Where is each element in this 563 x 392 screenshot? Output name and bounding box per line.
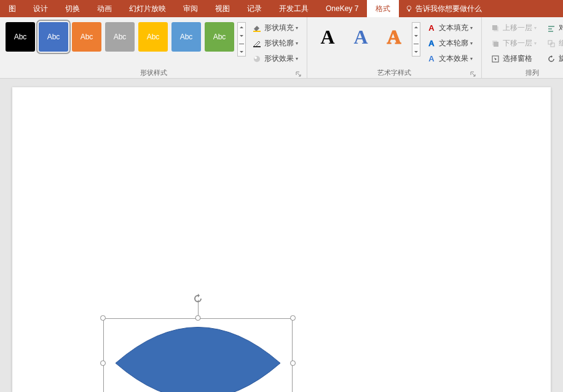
text-outline-icon: A (427, 39, 436, 49)
bring-forward-button[interactable]: 上移一层▾ (488, 21, 539, 35)
group-button[interactable]: 组合 (544, 36, 563, 50)
shape-style-1[interactable]: Abc (6, 22, 35, 52)
tab-onekey7[interactable]: OneKey 7 (317, 0, 367, 17)
effects-icon (252, 54, 262, 64)
pen-icon (252, 39, 262, 49)
tab-developer[interactable]: 开发工具 (270, 0, 317, 17)
svg-point-0 (407, 6, 412, 10)
shape-style-3[interactable]: Abc (72, 22, 101, 52)
svg-point-5 (254, 57, 257, 59)
wordart-style-3[interactable]: A (379, 22, 409, 52)
tab-review[interactable]: 审阅 (175, 0, 207, 17)
text-fill-icon: A (427, 23, 436, 33)
wordart-style-1[interactable]: A (313, 22, 342, 52)
shape-lens[interactable] (116, 322, 280, 392)
align-button[interactable]: 对齐 (544, 21, 563, 35)
tell-me-label: 告诉我你想要做什么 (415, 4, 482, 14)
svg-rect-9 (494, 42, 498, 47)
wordart-style-more[interactable] (412, 22, 420, 57)
shape-effects-button[interactable]: 形状效果▾ (250, 52, 301, 66)
resize-handle-t[interactable] (195, 315, 201, 321)
group-btn-label: 组合 (559, 38, 563, 49)
shape-style-4[interactable]: Abc (105, 22, 135, 52)
selection-pane-label: 选择窗格 (503, 53, 532, 64)
svg-rect-15 (551, 43, 554, 47)
selection-pane-icon (490, 54, 500, 64)
shape-style-more[interactable] (237, 22, 246, 57)
align-icon (546, 23, 556, 33)
shape-style-6[interactable]: Abc (171, 22, 201, 52)
paint-bucket-icon (252, 23, 262, 33)
svg-rect-13 (548, 31, 553, 32)
canvas-area[interactable] (0, 79, 563, 392)
shape-outline-button[interactable]: 形状轮廓▾ (250, 36, 301, 50)
send-backward-label: 下移一层 (503, 38, 532, 49)
svg-rect-7 (492, 25, 497, 30)
svg-rect-1 (409, 10, 410, 11)
tab-transitions[interactable]: 切换 (57, 0, 89, 17)
svg-rect-2 (253, 31, 261, 32)
group-label-shape-styles: 形状样式 (4, 67, 303, 79)
tab-animations[interactable]: 动画 (89, 0, 120, 17)
shape-fill-label: 形状填充 (264, 23, 294, 33)
tab-view[interactable]: 视图 (207, 0, 238, 17)
shape-outline-label: 形状轮廓 (264, 38, 294, 49)
text-fill-button[interactable]: A 文本填充▾ (424, 21, 475, 35)
send-backward-icon (490, 39, 500, 49)
dialog-launcher-icon[interactable] (470, 71, 476, 77)
tab-slideshow[interactable]: 幻灯片放映 (120, 0, 175, 17)
align-label: 对齐 (559, 23, 563, 33)
text-fill-label: 文本填充 (439, 23, 468, 33)
ribbon: Abc Abc Abc Abc Abc Abc Abc 形状填充▾ 形状轮廓▾ (0, 17, 563, 79)
resize-handle-tr[interactable] (290, 315, 296, 321)
group-icon (546, 39, 556, 49)
text-outline-button[interactable]: A 文本轮廓▾ (424, 36, 475, 50)
bring-forward-icon (490, 23, 500, 33)
tab-format[interactable]: 格式 (367, 0, 399, 17)
svg-rect-11 (548, 26, 554, 27)
group-label-wordart: 艺术字样式 (311, 67, 478, 79)
bring-forward-label: 上移一层 (503, 23, 532, 33)
shape-effects-label: 形状效果 (264, 53, 294, 64)
svg-rect-3 (253, 46, 261, 47)
dialog-launcher-icon[interactable] (296, 71, 302, 77)
rotation-handle[interactable] (193, 294, 203, 306)
group-wordart-styles: A A A A 文本填充▾ A 文本轮廓▾ A 文本效果▾ (307, 17, 482, 78)
shape-style-5[interactable]: Abc (138, 22, 168, 52)
group-arrange: 上移一层▾ 下移一层▾ 选择窗格 对齐 组合 (482, 17, 563, 78)
text-effects-icon: A (427, 54, 436, 64)
slide[interactable] (12, 87, 551, 392)
resize-handle-tl[interactable] (100, 315, 106, 321)
svg-rect-12 (548, 28, 552, 29)
svg-rect-14 (548, 41, 552, 44)
text-outline-label: 文本轮廓 (439, 38, 468, 49)
shape-style-2[interactable]: Abc (39, 22, 68, 52)
wordart-style-2[interactable]: A (346, 22, 376, 52)
rotate-button[interactable]: 旋转 (544, 52, 563, 66)
ribbon-tabs: 图 设计 切换 动画 幻灯片放映 审阅 视图 记录 开发工具 OneKey 7 … (0, 0, 563, 17)
tell-me-search[interactable]: 告诉我你想要做什么 (399, 4, 488, 14)
rotate-label: 旋转 (559, 53, 563, 64)
svg-point-4 (254, 56, 260, 62)
tab-picture[interactable]: 图 (0, 0, 25, 17)
tab-record[interactable]: 记录 (238, 0, 270, 17)
group-shape-styles: Abc Abc Abc Abc Abc Abc Abc 形状填充▾ 形状轮廓▾ (0, 17, 307, 78)
resize-handle-r[interactable] (290, 361, 296, 366)
tab-design[interactable]: 设计 (25, 0, 57, 17)
send-backward-button[interactable]: 下移一层▾ (488, 36, 539, 50)
rotate-handle-icon (193, 294, 203, 304)
selected-shape-container[interactable] (103, 318, 293, 392)
shape-style-7[interactable]: Abc (205, 22, 234, 52)
lightbulb-icon (405, 5, 413, 13)
shape-fill-button[interactable]: 形状填充▾ (250, 21, 301, 35)
rotate-icon (546, 54, 556, 64)
resize-handle-l[interactable] (100, 361, 106, 366)
text-effects-button[interactable]: A 文本效果▾ (424, 52, 475, 66)
selection-pane-button[interactable]: 选择窗格 (488, 52, 539, 66)
text-effects-label: 文本效果 (439, 53, 468, 64)
group-label-arrange: 排列 (486, 67, 563, 79)
